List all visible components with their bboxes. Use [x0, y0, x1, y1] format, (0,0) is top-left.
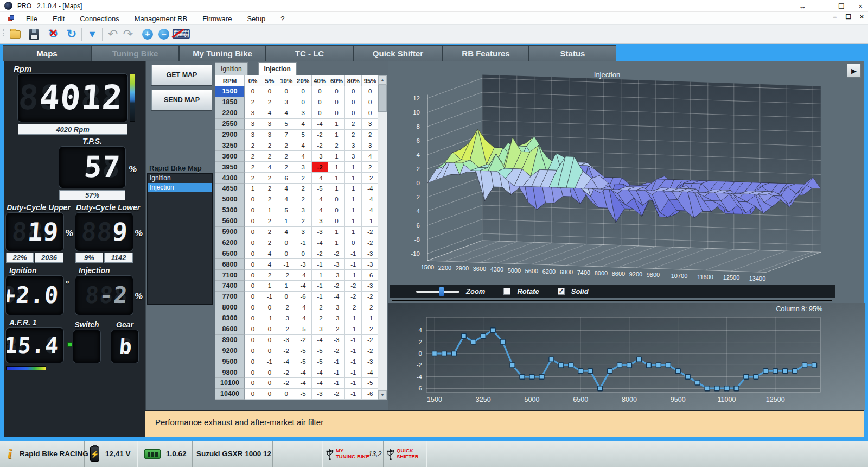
map-cell[interactable]: 0 — [295, 97, 312, 108]
map-cell[interactable]: -2 — [295, 335, 312, 345]
map-cell[interactable]: 2 — [261, 227, 278, 238]
tab-status[interactable]: Status — [529, 45, 616, 61]
map-cell[interactable]: -2 — [328, 345, 345, 356]
map-cell[interactable]: 2 — [261, 237, 278, 248]
rpm-row-header[interactable]: 4650 — [215, 184, 245, 194]
map-cell[interactable]: -1 — [312, 281, 329, 292]
map-cell[interactable]: -1 — [345, 248, 362, 259]
map-cell[interactable]: 0 — [245, 216, 261, 227]
rpm-row-header[interactable]: 5600 — [215, 216, 245, 227]
map-cell[interactable]: 0 — [328, 86, 345, 97]
map-cell[interactable]: -1 — [328, 356, 345, 367]
map-cell[interactable]: -4 — [362, 184, 379, 194]
zoom-in-icon[interactable]: + — [140, 27, 155, 42]
resize-icon[interactable]: ↔ — [799, 2, 806, 10]
map-cell[interactable]: -1 — [261, 292, 278, 302]
map-cell[interactable]: 0 — [261, 367, 278, 378]
column-line-chart[interactable]: 420-2-4-61500325050006500800095001100012… — [388, 303, 865, 410]
column-header[interactable]: 10% — [278, 75, 295, 86]
map-cell[interactable]: -4 — [312, 367, 329, 378]
map-cell[interactable]: 0 — [345, 108, 362, 119]
disconnect-icon[interactable]: ↻✕ — [46, 27, 61, 42]
menu-item-edit[interactable]: Edit — [45, 15, 72, 23]
map-cell[interactable]: 2 — [295, 194, 312, 205]
map-cell[interactable]: -1 — [345, 345, 362, 356]
map-cell[interactable]: -1 — [345, 389, 362, 400]
rpm-row-header[interactable]: 2550 — [215, 119, 245, 130]
map-cell[interactable]: -3 — [362, 259, 379, 270]
rpm-row-header[interactable]: 6500 — [215, 248, 245, 259]
map-cell[interactable]: 0 — [261, 378, 278, 389]
map-cell[interactable]: -5 — [295, 324, 312, 335]
map-cell[interactable]: 0 — [261, 335, 278, 345]
map-cell[interactable]: 0 — [312, 97, 329, 108]
map-cell[interactable]: 0 — [245, 270, 261, 281]
map-cell[interactable]: -2 — [328, 281, 345, 292]
map-cell[interactable]: -3 — [362, 356, 379, 367]
map-cell[interactable]: 0 — [328, 97, 345, 108]
map-cell[interactable]: 4 — [261, 162, 278, 173]
map-cell[interactable]: 0 — [245, 378, 261, 389]
map-cell[interactable]: 1 — [345, 162, 362, 173]
map-type-tab-ignition[interactable]: Ignition — [215, 62, 248, 75]
map-list-item-ignition[interactable]: Ignition — [148, 174, 212, 183]
map-cell[interactable]: 2 — [295, 184, 312, 194]
map-cell[interactable]: -1 — [362, 216, 379, 227]
map-cell[interactable]: -3 — [278, 335, 295, 345]
map-cell[interactable]: 4 — [278, 227, 295, 238]
map-cell[interactable]: -3 — [312, 227, 329, 238]
save-icon[interactable] — [26, 27, 41, 42]
send-map-button[interactable]: SEND MAP — [151, 90, 212, 110]
map-cell[interactable]: -5 — [295, 356, 312, 367]
map-cell[interactable]: -2 — [328, 248, 345, 259]
map-cell[interactable]: 0 — [328, 194, 345, 205]
map-cell[interactable]: -1 — [345, 335, 362, 345]
map-cell[interactable]: -2 — [312, 130, 329, 141]
map-cell[interactable]: -2 — [362, 324, 379, 335]
menu-item-setup[interactable]: Setup — [239, 15, 273, 23]
map-cell[interactable]: 1 — [328, 162, 345, 173]
map-cell[interactable]: -2 — [328, 324, 345, 335]
map-cell[interactable]: -1 — [345, 378, 362, 389]
map-cell[interactable]: 1 — [328, 151, 345, 162]
map-cell[interactable]: -3 — [312, 216, 329, 227]
map-cell[interactable]: 0 — [245, 248, 261, 259]
zoom-slider-handle[interactable] — [439, 287, 444, 296]
map-cell[interactable]: 4 — [261, 259, 278, 270]
expand-chart-button[interactable]: ▶ — [847, 64, 861, 78]
map-cell[interactable]: 0 — [245, 313, 261, 324]
map-cell[interactable]: 0 — [245, 259, 261, 270]
map-cell[interactable]: 0 — [295, 86, 312, 97]
map-cell[interactable]: -2 — [362, 345, 379, 356]
map-cell[interactable]: -2 — [345, 281, 362, 292]
map-cell[interactable]: 0 — [312, 86, 329, 97]
map-type-tab-injection[interactable]: Injection — [258, 62, 297, 75]
map-cell[interactable]: 1 — [328, 119, 345, 130]
map-cell[interactable]: -3 — [328, 302, 345, 313]
map-cell[interactable]: -5 — [295, 345, 312, 356]
map-cell[interactable]: -3 — [278, 313, 295, 324]
map-cell[interactable]: 0 — [261, 302, 278, 313]
map-cell[interactable]: 6 — [278, 173, 295, 184]
map-cell[interactable]: -2 — [362, 292, 379, 302]
rpm-row-header[interactable]: 9800 — [215, 367, 245, 378]
map-cell[interactable]: -3 — [362, 281, 379, 292]
map-cell[interactable]: -5 — [312, 184, 329, 194]
map-cell[interactable]: -4 — [362, 205, 379, 216]
map-cell[interactable]: 0 — [245, 356, 261, 367]
map-cell[interactable]: 0 — [328, 216, 345, 227]
rpm-row-header[interactable]: 7400 — [215, 281, 245, 292]
map-cell[interactable]: 3 — [295, 227, 312, 238]
map-cell[interactable]: -1 — [278, 259, 295, 270]
map-cell[interactable]: -1 — [312, 270, 329, 281]
map-cell[interactable]: 2 — [261, 194, 278, 205]
map-cell[interactable]: 7 — [278, 130, 295, 141]
map-cell[interactable]: 4 — [295, 151, 312, 162]
tab-rb-features[interactable]: RB Features — [443, 45, 529, 61]
map-cell[interactable]: 0 — [245, 86, 261, 97]
map-cell[interactable]: 0 — [345, 97, 362, 108]
map-cell[interactable]: -1 — [345, 324, 362, 335]
map-cell[interactable]: 0 — [245, 335, 261, 345]
column-header[interactable]: 80% — [345, 75, 362, 86]
map-cell[interactable]: -6 — [295, 292, 312, 302]
